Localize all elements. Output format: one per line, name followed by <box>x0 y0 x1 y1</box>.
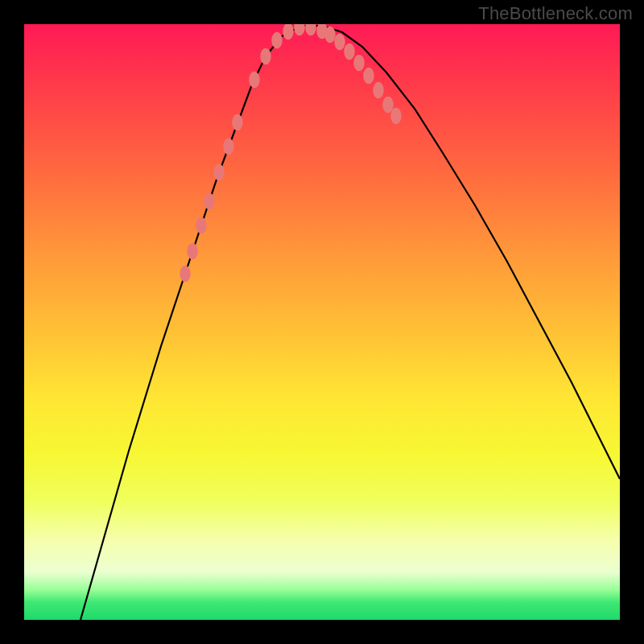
marker-dot <box>196 217 207 234</box>
marker-dot <box>232 114 243 131</box>
marker-dot <box>382 97 394 114</box>
marker-dot <box>334 34 345 51</box>
marker-dot <box>324 27 336 43</box>
marker-dot <box>271 32 283 49</box>
marker-dot <box>249 72 260 89</box>
marker-dot <box>187 243 198 260</box>
chart-svg <box>24 24 620 620</box>
marker-dot <box>353 55 365 72</box>
marker-dot <box>363 68 374 85</box>
marker-dot <box>390 108 402 125</box>
marker-dot <box>180 266 191 283</box>
marker-dot <box>260 48 271 65</box>
marker-dot <box>373 82 384 99</box>
marker-dot <box>294 24 305 35</box>
marker-dot <box>283 24 294 39</box>
bottleneck-curve <box>80 26 620 620</box>
highlight-markers <box>180 24 402 282</box>
watermark-text: TheBottleneck.com <box>478 3 633 24</box>
marker-dot <box>213 164 225 181</box>
marker-dot <box>305 24 316 35</box>
marker-dot <box>223 138 234 155</box>
marker-dot <box>204 193 215 210</box>
chart-area <box>24 24 620 620</box>
marker-dot <box>344 43 355 60</box>
